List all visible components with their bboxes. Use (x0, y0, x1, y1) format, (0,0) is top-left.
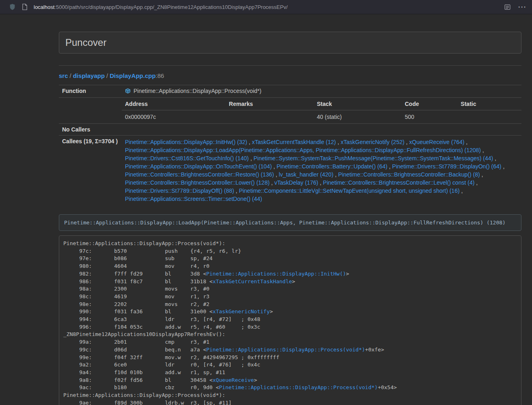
code-symbol-link[interactable]: Pinetime::Applications::DisplayApp::Init… (206, 271, 346, 277)
col-header-stack: Stack (314, 98, 402, 110)
url-host: localhost (34, 4, 54, 10)
callee-link[interactable]: Pinetime::Controllers::BrightnessControl… (125, 171, 274, 178)
callee-link[interactable]: Pinetime::Controllers::Battery::Update()… (277, 163, 388, 170)
cell-static (457, 110, 521, 124)
callee-link[interactable]: Pinetime::Controllers::BrightnessControl… (323, 179, 474, 186)
callee-link[interactable]: lv_task_handler (420) (279, 171, 334, 178)
breadcrumb-separator: / (68, 72, 73, 79)
address-bar[interactable]: localhost:5000/path/src/displayapp/Displ… (34, 4, 504, 10)
code-symbol-link[interactable]: Pinetime::Applications::DisplayApp::Proc… (206, 347, 365, 353)
page-title: Puncover (65, 37, 106, 48)
callee-link[interactable]: Pinetime::Applications::Screens::Timer::… (125, 196, 262, 202)
callee-link[interactable]: Pinetime::Components::LittleVgl::SetNewT… (239, 187, 460, 194)
callee-link[interactable]: Pinetime::Drivers::St7789::DisplayOff() … (125, 187, 234, 194)
code-symbol-link[interactable]: Pinetime::Applications::DisplayApp::Proc… (219, 384, 378, 390)
function-stats-table: Address Remarks Stack Code Static 0x0000… (122, 98, 521, 123)
tracking-protection-shield-icon[interactable] (9, 3, 16, 11)
callees-list: Pinetime::Applications::DisplayApp::Init… (122, 136, 521, 206)
callee-link[interactable]: Pinetime::Drivers::Cst816S::GetTouchInfo… (125, 155, 249, 162)
breadcrumb-separator: / (105, 72, 110, 79)
page-title-panel: Puncover (59, 32, 521, 54)
disassembly-code: Pinetime::Applications::DisplayApp::Proc… (59, 235, 521, 405)
code-symbol-link[interactable]: xQueueReceive (213, 377, 254, 383)
highlighted-symbol-well: Pinetime::Applications::DisplayApp::Load… (59, 214, 521, 231)
callee-link[interactable]: Pinetime::Applications::DisplayApp::Load… (125, 147, 481, 153)
col-header-remarks: Remarks (226, 98, 314, 110)
function-row-label: Function (59, 85, 122, 98)
callee-link[interactable]: Pinetime::Controllers::BrightnessControl… (338, 171, 480, 178)
callee-link[interactable]: Pinetime::Controllers::BrightnessControl… (125, 179, 269, 186)
url-path: :5000/path/src/displayapp/DisplayApp.cpp… (54, 4, 288, 10)
cell-code: 500 (401, 110, 457, 124)
function-name: Pinetime::Applications::DisplayApp::Proc… (134, 88, 261, 94)
code-symbol-link[interactable]: xTaskGenericNotify (213, 308, 270, 315)
callee-link[interactable]: xQueueReceive (764) (409, 139, 464, 145)
callee-link[interactable]: xTaskGenericNotify (252) (340, 139, 404, 145)
no-callers-label: No Callers (59, 124, 122, 136)
highlighted-symbol-text: Pinetime::Applications::DisplayApp::Load… (64, 220, 506, 226)
code-symbol-link[interactable]: xTaskGetCurrentTaskHandle (213, 278, 292, 284)
function-stats-row: Address Remarks Stack Code Static 0x0000… (59, 98, 521, 124)
reader-view-icon[interactable] (504, 4, 510, 10)
divider (59, 65, 521, 66)
callee-link[interactable]: vTaskDelay (176) (274, 179, 318, 186)
function-row: Function Pinetime::Applications::Display… (59, 85, 521, 98)
breadcrumb-line-number: :86 (156, 72, 164, 79)
breadcrumb-item-file[interactable]: DisplayApp.cpp (110, 72, 155, 79)
col-header-address: Address (122, 98, 226, 110)
browser-chrome: localhost:5000/path/src/displayapp/Displ… (0, 0, 532, 14)
col-header-code: Code (401, 98, 457, 110)
page-content: Puncover src/displayapp/DisplayApp.cpp:8… (59, 32, 521, 405)
callees-row: Callees (19, Σ=3704 ) Pinetime::Applicat… (59, 136, 521, 206)
col-header-static: Static (457, 98, 521, 110)
callee-link[interactable]: Pinetime::Applications::DisplayApp::OnTo… (125, 163, 272, 170)
callee-link[interactable]: xTaskGetCurrentTaskHandle (12) (252, 139, 336, 145)
cell-remarks (226, 110, 314, 124)
cell-stack: 40 (static) (314, 110, 402, 124)
breadcrumb-item-src[interactable]: src (59, 72, 68, 79)
symbol-table: Function Pinetime::Applications::Display… (59, 85, 521, 205)
callee-link[interactable]: Pinetime::System::SystemTask::PushMessag… (254, 155, 493, 162)
breadcrumb-item-displayapp[interactable]: displayapp (73, 72, 105, 79)
callers-row: No Callers (59, 124, 521, 136)
table-row: 0x0000097c 40 (static) 500 (122, 110, 521, 124)
cell-address: 0x0000097c (122, 110, 226, 124)
callee-link[interactable]: Pinetime::Applications::DisplayApp::Init… (125, 139, 247, 145)
method-cube-icon (125, 88, 131, 95)
page-info-document-icon[interactable] (22, 4, 28, 10)
breadcrumb: src/displayapp/DisplayApp.cpp:86 (59, 72, 521, 79)
callee-link[interactable]: Pinetime::Drivers::St7789::DisplayOn() (… (392, 163, 501, 170)
menu-ellipsis-icon[interactable]: ⋯ (518, 4, 526, 9)
callees-label: Callees (19, Σ=3704 ) (59, 136, 122, 206)
